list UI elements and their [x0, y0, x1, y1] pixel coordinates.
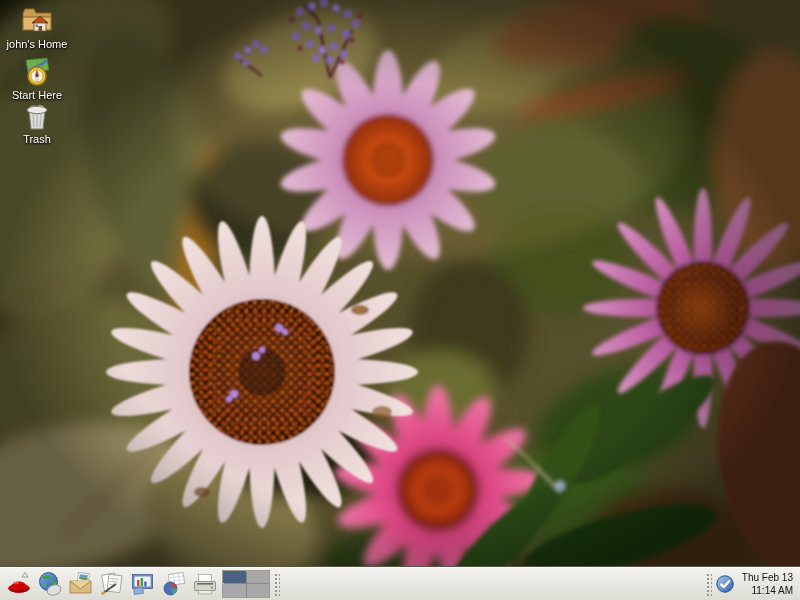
desktop-icon-johns-home[interactable]: john's Home [0, 4, 74, 51]
presentation-launcher[interactable] [129, 570, 157, 598]
desktop-icon-start-here[interactable]: Start Here [0, 55, 74, 102]
presentation-chart-icon [130, 571, 156, 597]
update-notifier-button[interactable] [715, 574, 735, 594]
desktop: john's Home Start Here Trash [0, 0, 800, 600]
desktop-icon-trash[interactable]: Trash [0, 99, 74, 146]
spreadsheet-pie-icon [161, 571, 187, 597]
notification-area-grip[interactable] [705, 572, 712, 596]
update-check-icon [715, 574, 735, 594]
main-menu-button[interactable] [5, 570, 33, 598]
printer-launcher[interactable] [191, 570, 219, 598]
red-hat-menu-icon [6, 571, 32, 597]
start-here-icon [20, 55, 54, 87]
workspace-cell-2[interactable] [247, 571, 270, 584]
trash-icon [20, 99, 54, 131]
web-browser-globe-icon [37, 571, 63, 597]
clock[interactable]: Thu Feb 13 11:14 AM [742, 571, 793, 597]
workspace-switcher[interactable] [222, 570, 270, 598]
word-processor-launcher[interactable] [98, 570, 126, 598]
word-processor-icon [99, 571, 125, 597]
desktop-icon-label: john's Home [7, 38, 68, 51]
home-folder-icon [20, 4, 54, 36]
clock-date: Thu Feb 13 [742, 571, 793, 584]
clock-time: 11:14 AM [742, 584, 793, 597]
printer-icon [192, 571, 218, 597]
web-browser-launcher[interactable] [36, 570, 64, 598]
workspace-cell-1[interactable] [223, 571, 246, 584]
email-launcher[interactable] [67, 570, 95, 598]
panel-grip-handle[interactable] [273, 572, 280, 596]
wallpaper-image [0, 0, 800, 600]
desktop-icon-label: Trash [23, 133, 51, 146]
spreadsheet-launcher[interactable] [160, 570, 188, 598]
email-envelope-icon [68, 571, 94, 597]
workspace-cell-4[interactable] [247, 584, 270, 597]
workspace-cell-3[interactable] [223, 584, 246, 597]
taskbar-panel: Thu Feb 13 11:14 AM [0, 566, 800, 600]
